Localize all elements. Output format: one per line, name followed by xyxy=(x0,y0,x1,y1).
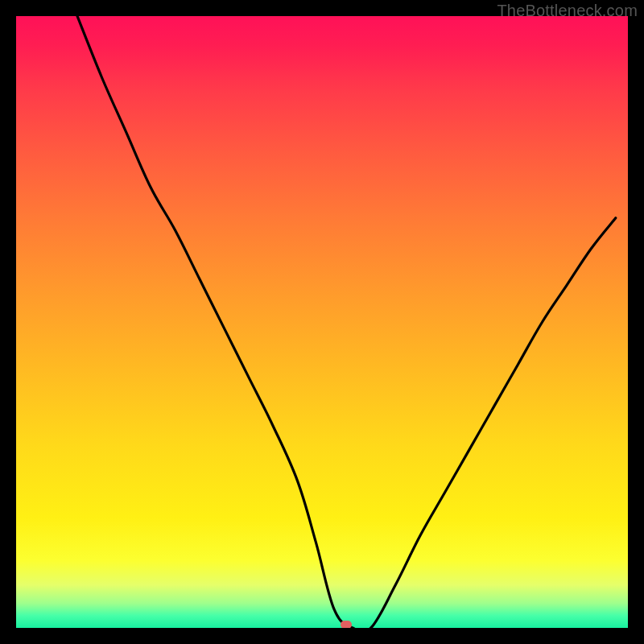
plot-area xyxy=(16,16,628,628)
bottleneck-curve xyxy=(16,16,628,628)
chart-stage: TheBottleneck.com xyxy=(0,0,644,644)
minimum-marker xyxy=(341,621,352,628)
